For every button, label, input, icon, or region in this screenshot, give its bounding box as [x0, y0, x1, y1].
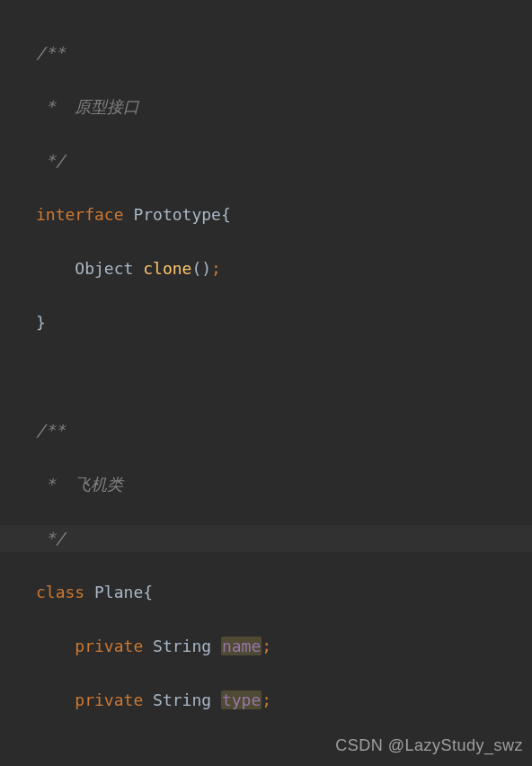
comment-close-2: */	[36, 529, 66, 548]
method-clone: clone	[143, 259, 191, 278]
kw-private: private	[75, 637, 143, 655]
kw-interface: interface	[36, 205, 124, 224]
watermark: CSDN @LazyStudy_swz	[335, 732, 523, 759]
type-string: String	[153, 690, 211, 709]
comment-open: /**	[36, 43, 66, 62]
comment-body: * 原型接口	[36, 97, 139, 116]
kw-class: class	[36, 583, 84, 601]
field-name: name	[221, 637, 262, 655]
comment-close: */	[36, 151, 66, 170]
class-name: Plane	[94, 583, 143, 601]
code-editor[interactable]: /** * 原型接口 */ interface Prototype{ Objec…	[0, 0, 532, 766]
return-type: Object	[75, 259, 133, 278]
current-line: */	[0, 525, 532, 552]
field-type: type	[221, 690, 262, 709]
type-string: String	[153, 637, 211, 655]
kw-private: private	[75, 690, 143, 709]
comment-body-2: * 飞机类	[36, 475, 123, 494]
iface-name: Prototype	[133, 205, 221, 224]
comment-open-2: /**	[36, 421, 66, 440]
